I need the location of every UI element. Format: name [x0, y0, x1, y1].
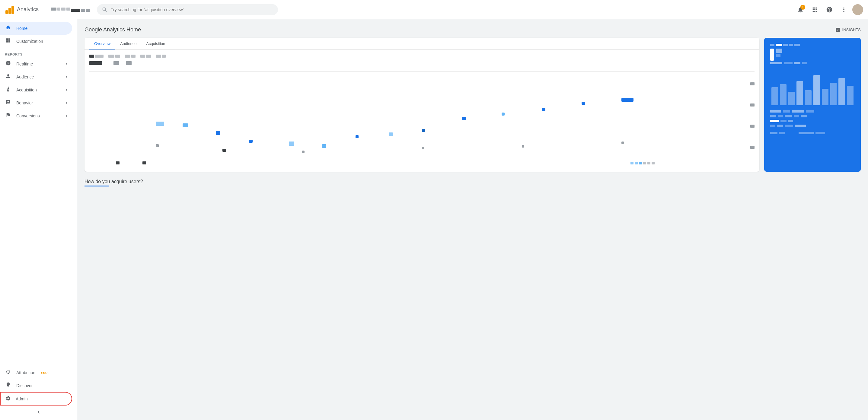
svg-rect-1	[8, 8, 11, 14]
sidebar: Home Customization REPORTS Realtime › Au…	[0, 19, 77, 420]
home-icon	[5, 25, 11, 32]
insight-metric-row-6	[770, 132, 855, 134]
chevron-right-icon-audience: ›	[66, 75, 67, 79]
sidebar-item-attribution[interactable]: Attribution BETA	[0, 366, 72, 379]
insights-label: INSIGHTS	[842, 28, 861, 32]
apps-button[interactable]	[809, 4, 821, 16]
customization-icon	[5, 38, 11, 45]
insight-bar-area	[770, 49, 855, 57]
reports-section-label: REPORTS	[0, 48, 77, 57]
chevron-right-icon-conversions: ›	[66, 114, 67, 118]
analytics-logo-icon	[5, 5, 14, 14]
dashboard-grid: Overview Audience Acquisition	[85, 38, 861, 172]
sidebar-collapse-button[interactable]	[0, 407, 77, 418]
insight-metric-row-1	[770, 62, 855, 64]
chevron-right-icon: ›	[66, 62, 67, 66]
chart-tab-bar: Overview Audience Acquisition	[85, 38, 760, 50]
main-chart-card: Overview Audience Acquisition	[85, 38, 760, 172]
sidebar-label-discover: Discover	[16, 383, 33, 388]
search-bar[interactable]	[97, 4, 278, 15]
sidebar-item-admin[interactable]: Admin	[0, 392, 72, 406]
topnav-actions: 1	[794, 4, 863, 16]
conversions-icon	[5, 112, 11, 119]
property-selector[interactable]	[51, 7, 93, 12]
sidebar-item-customization[interactable]: Customization	[0, 35, 72, 48]
tab-audience[interactable]: Audience	[115, 38, 141, 50]
sidebar-label-acquisition: Acquisition	[16, 88, 37, 92]
sidebar-item-discover[interactable]: Discover	[0, 379, 72, 392]
chevron-right-icon-behavior: ›	[66, 101, 67, 105]
section-underline	[85, 186, 108, 187]
insight-top-metrics	[770, 44, 855, 46]
topnav: Analytics 1	[0, 0, 868, 19]
insight-metric-row-4	[770, 120, 855, 122]
main-content: Google Analytics Home INSIGHTS Overview …	[77, 19, 868, 420]
insight-metric-row-3	[770, 115, 855, 117]
chevron-right-icon-acquisition: ›	[66, 88, 67, 92]
sidebar-label-audience: Audience	[16, 74, 34, 79]
metric-pills	[89, 55, 754, 58]
chart-area	[85, 50, 760, 172]
tab-overview[interactable]: Overview	[89, 38, 115, 50]
page-header: Google Analytics Home INSIGHTS	[85, 27, 861, 33]
sidebar-label-attribution: Attribution	[16, 370, 35, 375]
sidebar-label-realtime: Realtime	[16, 62, 33, 66]
search-input[interactable]	[111, 7, 273, 12]
search-icon	[102, 7, 108, 13]
sidebar-item-home[interactable]: Home	[0, 22, 72, 35]
insight-card	[764, 38, 861, 172]
collapse-icon	[36, 409, 42, 415]
chart-divider	[89, 71, 754, 71]
insight-bar-chart	[770, 69, 855, 105]
page-title: Google Analytics Home	[85, 27, 141, 33]
section-title-acquire: How do you acquire users?	[85, 179, 861, 184]
sidebar-label-conversions: Conversions	[16, 114, 40, 118]
more-options-button[interactable]	[838, 4, 850, 16]
svg-rect-2	[11, 6, 14, 14]
user-avatar[interactable]	[852, 4, 863, 15]
notification-badge: 1	[800, 5, 805, 10]
sidebar-label-admin: Admin	[16, 396, 28, 401]
sidebar-item-conversions[interactable]: Conversions ›	[0, 109, 72, 122]
app-name: Analytics	[17, 6, 39, 13]
audience-icon	[5, 73, 11, 80]
notifications-button[interactable]: 1	[794, 4, 806, 16]
sidebar-item-acquisition[interactable]: Acquisition ›	[0, 83, 72, 96]
realtime-icon	[5, 60, 11, 67]
property-blocks	[51, 7, 93, 12]
behavior-icon	[5, 99, 11, 106]
sidebar-label-home: Home	[16, 26, 28, 31]
admin-icon	[5, 395, 11, 402]
metric-values	[89, 61, 754, 65]
acquisition-icon	[5, 86, 11, 93]
insight-metric-row-5	[770, 125, 855, 127]
sidebar-label-customization: Customization	[16, 39, 43, 44]
svg-rect-0	[5, 10, 8, 14]
help-button[interactable]	[823, 4, 835, 16]
insights-button[interactable]: INSIGHTS	[835, 27, 861, 33]
scatter-chart	[89, 76, 754, 167]
more-vert-icon	[840, 6, 847, 13]
app-logo[interactable]: Analytics	[5, 5, 39, 14]
help-icon	[826, 6, 833, 13]
discover-icon	[5, 382, 11, 389]
insights-icon	[835, 27, 840, 33]
app-layout: Home Customization REPORTS Realtime › Au…	[0, 19, 868, 420]
tab-acquisition[interactable]: Acquisition	[141, 38, 170, 50]
attribution-icon	[5, 369, 11, 376]
sidebar-item-realtime[interactable]: Realtime ›	[0, 57, 72, 70]
sidebar-item-behavior[interactable]: Behavior ›	[0, 96, 72, 109]
sidebar-label-behavior: Behavior	[16, 100, 33, 105]
apps-icon	[812, 6, 818, 13]
beta-badge: BETA	[41, 371, 49, 374]
insight-metric-row-2	[770, 110, 855, 112]
section-acquire: How do you acquire users?	[85, 179, 861, 187]
sidebar-item-audience[interactable]: Audience ›	[0, 70, 72, 83]
